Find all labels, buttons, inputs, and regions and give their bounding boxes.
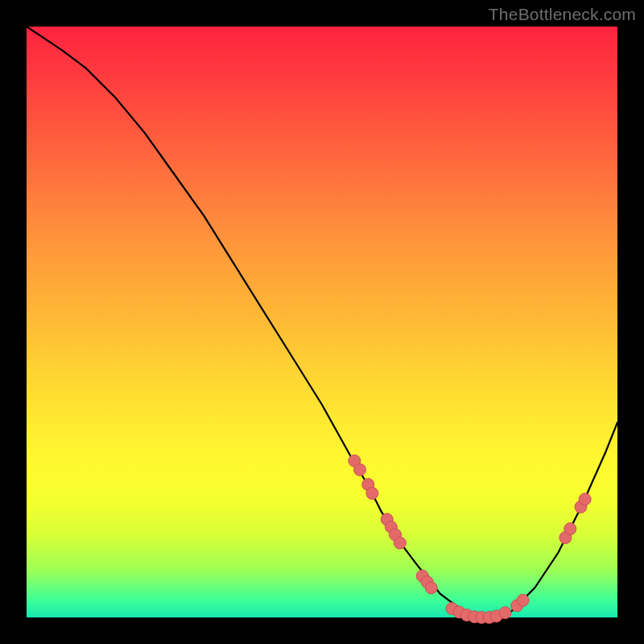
data-marker: [564, 522, 576, 535]
chart-svg: [27, 27, 617, 617]
bottleneck-curve: [27, 27, 617, 617]
data-marker: [579, 493, 591, 506]
data-marker: [366, 487, 378, 499]
watermark-text: TheBottleneck.com: [489, 5, 636, 24]
data-marker: [425, 582, 437, 594]
data-markers: [349, 455, 591, 624]
data-marker: [517, 594, 529, 606]
data-marker: [394, 537, 406, 549]
data-marker: [499, 607, 511, 619]
data-marker: [353, 464, 365, 476]
chart-frame: TheBottleneck.com: [0, 0, 644, 644]
